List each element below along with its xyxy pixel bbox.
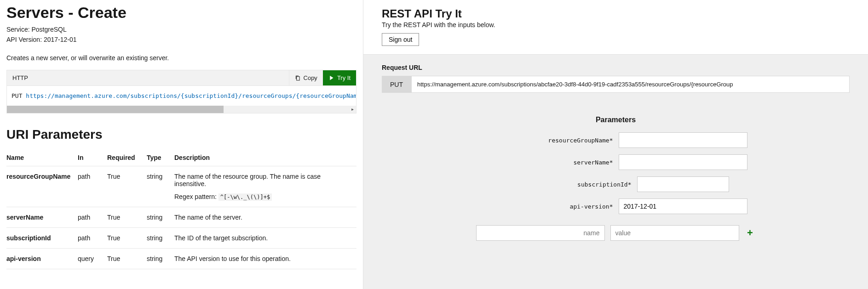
- add-param-button[interactable]: +: [745, 227, 756, 239]
- request-url-label: Request URL: [382, 64, 850, 71]
- table-row: serverName path True string The name of …: [6, 207, 356, 227]
- param-type: string: [147, 207, 174, 227]
- param-description: The ID of the target subscription.: [174, 227, 356, 248]
- param-description: The API version to use for this operatio…: [174, 248, 356, 269]
- request-verb: PUT: [382, 76, 411, 93]
- regex-pattern: ^[-\w\._\(\)]+$: [218, 193, 272, 201]
- param-required: True: [107, 248, 147, 269]
- tryit-body: Request URL PUT Parameters resourceGroup…: [363, 55, 868, 289]
- param-input-apiversion[interactable]: [619, 198, 747, 214]
- param-required: True: [107, 166, 147, 207]
- parameters-heading: Parameters: [382, 116, 850, 124]
- plus-icon: +: [747, 227, 753, 238]
- param-in: path: [78, 166, 107, 207]
- add-param-name-input[interactable]: [476, 225, 605, 241]
- param-label: serverName*: [484, 159, 613, 166]
- param-in: path: [78, 207, 107, 227]
- add-param-row: +: [382, 225, 850, 241]
- param-label: resourceGroupName*: [484, 137, 613, 144]
- param-description: The name of the resource group. The name…: [174, 166, 356, 207]
- param-in: path: [78, 227, 107, 248]
- param-row: subscriptionId*: [382, 176, 850, 192]
- param-in: query: [78, 248, 107, 269]
- copy-icon: [295, 75, 301, 81]
- param-row: resourceGroupName*: [382, 132, 850, 148]
- param-label: api-version*: [484, 203, 613, 210]
- code-body[interactable]: PUT https://management.azure.com/subscri…: [7, 86, 356, 103]
- svg-rect-0: [296, 76, 299, 80]
- th-name: Name: [6, 149, 78, 166]
- service-value: PostgreSQL: [31, 26, 66, 33]
- code-panel: HTTP Copy Try It PUT https://management.…: [6, 70, 356, 113]
- page-description: Creates a new server, or will overwrite …: [6, 54, 356, 62]
- request-url-row: PUT: [382, 76, 850, 93]
- tryit-title: REST API Try It: [382, 7, 850, 20]
- param-input-subscriptionid[interactable]: [637, 176, 729, 192]
- tryit-pane: REST API Try It Try the REST API with th…: [363, 0, 868, 289]
- param-input-servername[interactable]: [619, 154, 747, 170]
- code-panel-header: HTTP Copy Try It: [7, 70, 356, 86]
- param-type: string: [147, 227, 174, 248]
- param-row: api-version*: [382, 198, 850, 214]
- docs-pane: Servers - Create Service: PostgreSQL API…: [0, 0, 363, 289]
- param-type: string: [147, 248, 174, 269]
- param-type: string: [147, 166, 174, 207]
- th-description: Description: [174, 149, 356, 166]
- regex-label: Regex pattern:: [174, 193, 217, 200]
- uri-parameters-table: Name In Required Type Description resour…: [6, 149, 356, 269]
- page-title: Servers - Create: [6, 4, 356, 22]
- param-label: subscriptionId*: [503, 181, 632, 188]
- param-name: api-version: [6, 255, 41, 262]
- add-param-value-input[interactable]: [610, 225, 739, 241]
- play-icon: [328, 75, 334, 81]
- param-name: serverName: [6, 214, 43, 221]
- signout-button[interactable]: Sign out: [382, 33, 419, 46]
- param-name: resourceGroupName: [6, 173, 70, 180]
- http-verb: PUT: [11, 92, 22, 99]
- copy-button[interactable]: Copy: [289, 70, 323, 85]
- apiver-label: API Version:: [6, 36, 42, 43]
- http-url: https://management.azure.com/subscriptio…: [26, 92, 356, 99]
- th-in: In: [78, 149, 107, 166]
- apiver-meta: API Version: 2017-12-01: [6, 34, 356, 45]
- table-row: api-version query True string The API ve…: [6, 248, 356, 269]
- service-meta: Service: PostgreSQL: [6, 24, 356, 34]
- tryit-subtitle: Try the REST API with the inputs below.: [382, 21, 850, 28]
- code-language-tab[interactable]: HTTP: [7, 74, 34, 81]
- apiver-value: 2017-12-01: [44, 36, 77, 43]
- param-description: The name of the server.: [174, 207, 356, 227]
- param-required: True: [107, 227, 147, 248]
- scroll-right-arrow[interactable]: ▸: [349, 106, 356, 113]
- table-row: resourceGroupName path True string The n…: [6, 166, 356, 207]
- uri-parameters-heading: URI Parameters: [6, 127, 356, 142]
- tryit-header: REST API Try It Try the REST API with th…: [363, 0, 868, 55]
- scroll-thumb[interactable]: [7, 106, 224, 113]
- request-url-input[interactable]: [411, 76, 850, 93]
- param-row: serverName*: [382, 154, 850, 170]
- copy-label: Copy: [304, 74, 317, 81]
- param-required: True: [107, 207, 147, 227]
- th-type: Type: [147, 149, 174, 166]
- tryit-label: Try It: [337, 74, 351, 81]
- param-name: subscriptionId: [6, 234, 51, 242]
- table-row: subscriptionId path True string The ID o…: [6, 227, 356, 248]
- param-input-resourcegroupname[interactable]: [619, 132, 747, 148]
- service-label: Service:: [6, 26, 30, 33]
- horizontal-scrollbar[interactable]: ◂ ▸: [7, 106, 356, 113]
- th-required: Required: [107, 149, 147, 166]
- tryit-button[interactable]: Try It: [323, 70, 356, 85]
